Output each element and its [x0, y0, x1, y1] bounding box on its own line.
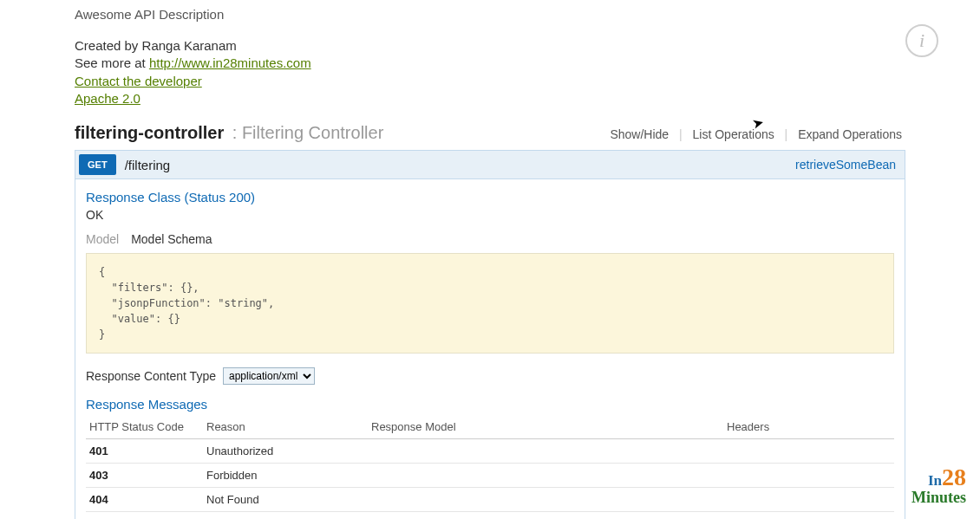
- model-schema-box[interactable]: { "filters": {}, "jsonpFunction": "strin…: [86, 253, 894, 354]
- status-reason: Unauthorized: [203, 439, 368, 464]
- api-description-title: Awesome API Description: [75, 7, 905, 22]
- http-method-badge: GET: [79, 154, 116, 175]
- action-expand-operations[interactable]: Expand Operations: [794, 127, 905, 141]
- tab-model-schema[interactable]: Model Schema: [131, 232, 212, 246]
- table-row: 401 Unauthorized: [86, 439, 894, 464]
- response-messages-table: HTTP Status Code Reason Response Model H…: [86, 417, 894, 512]
- response-class-title: Response Class (Status 200): [86, 190, 894, 204]
- license-link[interactable]: Apache 2.0: [75, 91, 140, 106]
- see-more-prefix: See more at: [75, 55, 149, 70]
- status-code: 404: [86, 488, 203, 512]
- created-by-prefix: Created by: [75, 38, 142, 53]
- status-code: 403: [86, 464, 203, 488]
- see-more-link[interactable]: http://www.in28minutes.com: [149, 55, 311, 70]
- status-reason: Not Found: [203, 488, 368, 512]
- action-show-hide[interactable]: Show/Hide: [606, 127, 672, 141]
- operation-block: GET /filtering retrieveSomeBean Response…: [75, 150, 905, 519]
- operation-name: retrieveSomeBean: [795, 158, 896, 172]
- response-ok-text: OK: [86, 208, 894, 222]
- col-reason: Reason: [203, 417, 368, 439]
- created-by-name: Ranga Karanam: [142, 38, 237, 53]
- col-http-status: HTTP Status Code: [86, 417, 203, 439]
- response-content-type-label: Response Content Type: [86, 369, 216, 383]
- response-messages-title: Response Messages: [86, 397, 894, 412]
- contact-developer-link[interactable]: Contact the developer: [75, 74, 202, 88]
- controller-sep: :: [227, 123, 242, 142]
- controller-desc: Filtering Controller: [242, 123, 383, 142]
- info-icon[interactable]: i: [905, 24, 938, 57]
- tab-model[interactable]: Model: [86, 232, 119, 246]
- operation-path: /filtering: [125, 158, 795, 172]
- controller-name[interactable]: filtering-controller: [75, 123, 224, 142]
- table-row: 403 Forbidden: [86, 464, 894, 488]
- col-headers: Headers: [723, 417, 894, 439]
- operation-header[interactable]: GET /filtering retrieveSomeBean: [75, 151, 905, 178]
- api-info-block: Created by Ranga Karanam See more at htt…: [75, 37, 905, 107]
- response-content-type-select[interactable]: application/xml: [223, 367, 315, 385]
- table-row: 404 Not Found: [86, 488, 894, 512]
- status-code: 401: [86, 439, 203, 464]
- col-response-model: Response Model: [368, 417, 723, 439]
- status-reason: Forbidden: [203, 464, 368, 488]
- in28minutes-logo: In28 Minutes: [911, 465, 966, 505]
